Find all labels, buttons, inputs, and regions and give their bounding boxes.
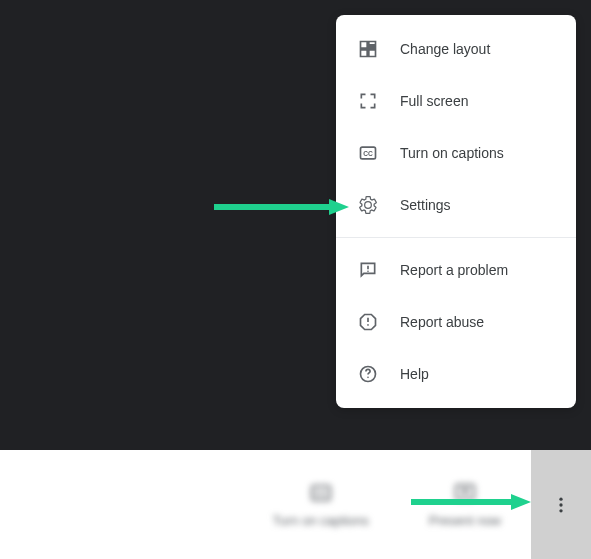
menu-item-label: Report a problem [400,262,508,278]
captions-button[interactable]: CC Turn on captions [242,481,398,528]
menu-item-label: Help [400,366,429,382]
svg-point-3 [367,324,369,326]
menu-item-label: Full screen [400,93,468,109]
menu-item-help[interactable]: Help [336,348,576,400]
menu-item-label: Turn on captions [400,145,504,161]
settings-icon [356,193,380,217]
menu-item-report-problem[interactable]: Report a problem [336,244,576,296]
report-abuse-icon [356,310,380,334]
svg-text:CC: CC [363,150,373,157]
menu-item-settings[interactable]: Settings [336,179,576,231]
menu-item-fullscreen[interactable]: Full screen [336,75,576,127]
layout-icon [356,37,380,61]
menu-item-label: Report abuse [400,314,484,330]
more-options-button[interactable] [531,450,591,559]
captions-label: Turn on captions [272,513,368,528]
svg-point-12 [559,503,562,506]
svg-point-2 [367,270,369,272]
overflow-menu: Change layout Full screen CC Turn on cap… [336,15,576,408]
fullscreen-icon [356,89,380,113]
present-label: Present now [429,513,501,528]
svg-text:CC: CC [315,489,327,498]
captions-icon: CC [356,141,380,165]
menu-item-label: Change layout [400,41,490,57]
menu-divider [336,237,576,238]
menu-item-label: Settings [400,197,451,213]
svg-point-11 [559,497,562,500]
menu-item-change-layout[interactable]: Change layout [336,23,576,75]
more-vert-icon [551,495,571,515]
svg-point-5 [367,377,369,379]
bottom-toolbar: CC Turn on captions Present now [0,450,591,559]
menu-item-report-abuse[interactable]: Report abuse [336,296,576,348]
svg-point-13 [559,509,562,512]
present-button[interactable]: Present now [399,481,531,528]
report-problem-icon [356,258,380,282]
menu-item-captions[interactable]: CC Turn on captions [336,127,576,179]
help-icon [356,362,380,386]
